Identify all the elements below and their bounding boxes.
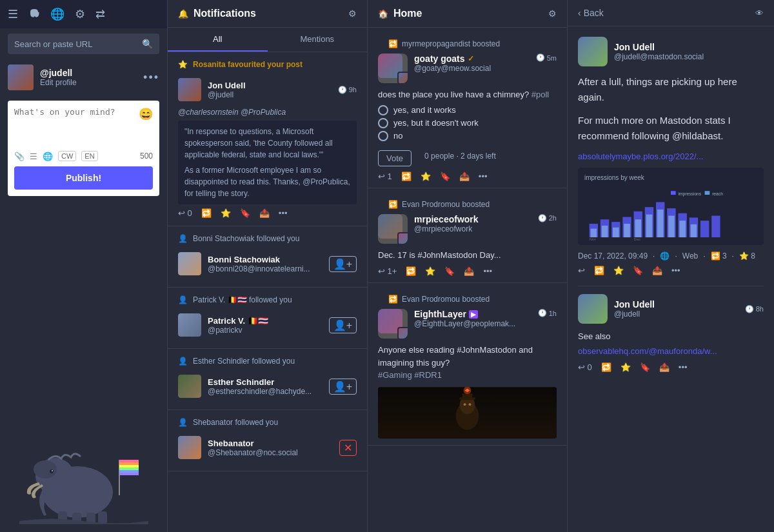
attach-icon[interactable]: 📎 <box>14 152 25 161</box>
search-input[interactable] <box>14 39 137 49</box>
post-avatar[interactable] <box>378 309 408 339</box>
share-button[interactable]: 📤 <box>659 362 670 372</box>
notif-label: Rosanita favourited your post <box>193 60 303 69</box>
notifications-list: ⭐ Rosanita favourited your post Jon Udel… <box>168 52 367 532</box>
post-time: 🕐 1h <box>538 309 557 317</box>
edit-profile-link[interactable]: Edit profile <box>40 78 137 87</box>
notif-user-name[interactable]: Bonni Stachowiak <box>208 255 322 264</box>
detail-post-header: Jon Udell @judell@mastodon.social <box>578 37 764 66</box>
reply-button[interactable]: ↩ <box>578 266 585 275</box>
boost-button[interactable]: 🔁 <box>594 266 604 275</box>
profile-menu-button[interactable]: ••• <box>143 71 159 84</box>
more-button[interactable]: ••• <box>479 172 488 181</box>
bookmark-button[interactable]: 🔖 <box>444 266 455 276</box>
reply-button[interactable]: ↩ 1+ <box>378 266 397 276</box>
poll-option-3[interactable]: no <box>378 131 557 141</box>
detail-avatar-2[interactable] <box>578 294 608 324</box>
poll-radio[interactable] <box>378 131 388 141</box>
poll-option-2[interactable]: yes, but it doesn't work <box>378 118 557 128</box>
fav-button[interactable]: ⭐ <box>421 172 431 181</box>
boost-button[interactable]: 🔁 <box>601 362 611 372</box>
cw-button[interactable]: CW <box>58 151 76 161</box>
share-button[interactable]: 📤 <box>259 208 270 218</box>
reply-button[interactable]: ↩ 1 <box>378 172 392 181</box>
notif-avatar[interactable] <box>178 78 201 101</box>
svg-rect-46 <box>657 210 664 237</box>
notif-user-name[interactable]: Esther Schindler <box>208 377 322 387</box>
detail-user-name-2[interactable]: Jon Udell <box>614 299 655 310</box>
post-user-name[interactable]: goaty goats ✓ <box>414 54 530 64</box>
bookmark-button[interactable]: 🔖 <box>633 266 643 275</box>
ghost-icon[interactable] <box>28 7 40 22</box>
hashtags[interactable]: #Gaming #RDR1 <box>378 369 557 382</box>
compose-input[interactable] <box>14 107 134 146</box>
follow-button[interactable]: 👤+ <box>329 317 357 333</box>
notif-item: Bonni Stachowiak @bonni208@innovatelearn… <box>178 248 357 279</box>
fav-button[interactable]: ⭐ <box>620 362 631 372</box>
bookmark-button[interactable]: 🔖 <box>640 362 650 372</box>
tab-all[interactable]: All <box>168 28 268 52</box>
poll-option-1[interactable]: yes, and it works <box>378 105 557 115</box>
notif-avatar[interactable] <box>178 436 201 459</box>
vote-button[interactable]: Vote <box>378 150 412 166</box>
profile-handle: @judell <box>40 68 137 78</box>
share-button[interactable]: 📤 <box>459 172 470 181</box>
notif-action-bar: ↩ 0 🔁 ⭐ 🔖 📤 ••• <box>178 208 357 218</box>
gear-icon[interactable]: ⚙ <box>75 7 85 21</box>
notif-user-name[interactable]: Shebanator <box>208 438 333 448</box>
publish-button[interactable]: Publish! <box>14 166 153 190</box>
globe-privacy-icon[interactable]: 🌐 <box>43 152 53 161</box>
more-button[interactable]: ••• <box>679 362 688 372</box>
arrows-icon[interactable]: ⇄ <box>95 7 105 21</box>
format-icon[interactable]: ☰ <box>30 152 37 161</box>
fav-button[interactable]: ⭐ <box>221 208 231 218</box>
follow-button[interactable]: ✕ <box>339 440 357 456</box>
visibility-button[interactable]: 👁 <box>755 8 764 18</box>
share-button[interactable]: 📤 <box>464 266 474 276</box>
more-button[interactable]: ••• <box>279 208 288 218</box>
poll-radio[interactable] <box>378 118 388 128</box>
user-avatar[interactable] <box>8 64 34 90</box>
menu-icon[interactable]: ☰ <box>8 7 18 21</box>
boost-button[interactable]: 🔁 <box>201 208 212 218</box>
home-panel: 🏠 Home ⚙ 🔁 myrmepropagandist boosted goa… <box>368 0 568 532</box>
notif-avatar[interactable] <box>178 252 201 275</box>
detail-link[interactable]: absolutelymaybe.plos.org/2022/... <box>578 152 703 161</box>
post-time: 🕐 2h <box>538 214 557 222</box>
share-button[interactable]: 📤 <box>652 266 662 275</box>
detail-user-name[interactable]: Jon Udell <box>614 42 704 52</box>
fav-button[interactable]: ⭐ <box>613 266 624 275</box>
post-avatar[interactable] <box>378 214 408 244</box>
post-user-name[interactable]: EighthLayer ▶ <box>414 309 531 319</box>
boost-button[interactable]: 🔁 <box>406 266 416 276</box>
globe-icon[interactable]: 🌐 <box>50 7 64 21</box>
boost-button[interactable]: 🔁 <box>401 172 412 181</box>
notif-avatar[interactable] <box>178 313 201 337</box>
fav-button[interactable]: ⭐ <box>425 266 435 276</box>
bookmark-button[interactable]: 🔖 <box>240 208 250 218</box>
detail-link-2[interactable]: observablehq.com/@mauforonda/w... <box>578 346 717 356</box>
detail-text-2: For much more on Mastodon stats I recomm… <box>578 113 764 144</box>
notifications-filter-button[interactable]: ⚙ <box>348 8 357 19</box>
svg-rect-26 <box>705 191 710 195</box>
tab-mentions[interactable]: Mentions <box>268 28 368 52</box>
notif-avatar[interactable] <box>178 375 201 398</box>
reply-button[interactable]: ↩ 0 <box>178 208 192 218</box>
post-user-name[interactable]: mrpieceofwork <box>414 214 531 224</box>
notif-user-name[interactable]: Jon Udell <box>208 81 332 90</box>
reply-button[interactable]: ↩ 0 <box>578 362 592 372</box>
en-button[interactable]: EN <box>81 151 97 161</box>
more-button[interactable]: ••• <box>483 266 492 276</box>
follow-button[interactable]: 👤+ <box>329 379 357 395</box>
back-button[interactable]: ‹ Back <box>578 8 604 18</box>
detail-avatar[interactable] <box>578 37 608 66</box>
notif-user-name[interactable]: Patrick V. 🇧🇪🇹🇭 <box>208 316 322 326</box>
home-filter-button[interactable]: ⚙ <box>548 8 557 19</box>
hashtag[interactable]: #poll <box>531 90 549 99</box>
poll-radio[interactable] <box>378 105 388 115</box>
emoji-button[interactable]: 😄 <box>139 107 153 121</box>
post-avatar[interactable] <box>378 54 408 83</box>
more-button[interactable]: ••• <box>671 266 680 275</box>
bookmark-button[interactable]: 🔖 <box>440 172 450 181</box>
follow-button[interactable]: 👤+ <box>329 256 357 272</box>
